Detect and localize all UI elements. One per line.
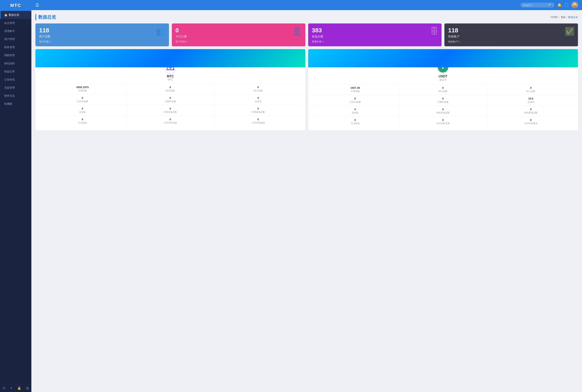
expand-icon[interactable]: ⛶ bbox=[565, 3, 568, 7]
sidebar-item-wealth[interactable]: 理财管理 › bbox=[0, 51, 31, 60]
stat-link[interactable]: 查看列表☆ bbox=[312, 40, 438, 44]
sidebar-item-users[interactable]: 用户管理 › bbox=[0, 35, 31, 43]
sidebar-item-dashboard[interactable]: 🏠 数据总览 bbox=[0, 11, 31, 19]
stats-cell: 0 已预约金额 bbox=[399, 95, 487, 106]
sidebar-item-finance[interactable]: 财务管理 › bbox=[0, 43, 31, 51]
sidebar-nav: 🏠 数据总览 站点管理 › 管理账号 › 用户管理 › 财务管理 › 理财管理 bbox=[0, 11, 31, 384]
stat-number: 0 bbox=[175, 27, 302, 34]
stats-label: 可用余额 bbox=[314, 90, 397, 93]
stats-cell: 0 外部充值总数 bbox=[126, 105, 214, 116]
stats-label: 总收益 bbox=[314, 111, 397, 114]
chevron-icon: › bbox=[27, 30, 28, 32]
notification-icon[interactable]: 🔔 bbox=[557, 3, 562, 7]
stats-value: 0 bbox=[402, 97, 484, 100]
stats-value: 0 bbox=[402, 86, 484, 89]
stat-link[interactable]: 用户列表☆ bbox=[39, 40, 165, 44]
stats-label: 总收益 bbox=[41, 110, 124, 114]
stat-label: 收益总额 bbox=[312, 35, 438, 38]
stat-icon: ✅ bbox=[564, 27, 575, 36]
sidebar-item-recharge[interactable]: 充提管理 › bbox=[0, 84, 31, 92]
stats-value: 1507.49 bbox=[314, 86, 397, 89]
stats-cell: 0 已共识金额 bbox=[39, 94, 126, 105]
sidebar-item-notice[interactable]: 公告快讯 › bbox=[0, 76, 31, 84]
sidebar-item-carousel[interactable]: 轮播图 › bbox=[0, 100, 31, 108]
stat-number: 118 bbox=[39, 27, 165, 34]
nav-label: 站点管理 bbox=[4, 21, 15, 25]
breadcrumb-home[interactable]: HOME bbox=[551, 16, 558, 18]
stats-value: 0 bbox=[129, 118, 212, 121]
main-area: ☰ 🔍 🔔 ⛶ 数据总览 HOME / 看板 bbox=[31, 0, 582, 392]
stats-cell: 0 转入总数 bbox=[487, 84, 575, 95]
nav-label: 用户管理 bbox=[4, 38, 15, 41]
nav-label: 钱包划转 bbox=[4, 62, 15, 65]
nav-label: 管理账号 bbox=[4, 29, 15, 33]
nav-label: 财务管理 bbox=[4, 46, 15, 49]
stats-label: 外部提现总数 bbox=[489, 111, 572, 114]
menu-icon[interactable]: ☰ bbox=[36, 3, 39, 8]
page-title: 数据总览 bbox=[36, 14, 56, 20]
lock-icon[interactable]: 🔒 bbox=[17, 386, 21, 390]
stats-value: 0 bbox=[41, 118, 124, 121]
stats-cell: 0 总收益 bbox=[39, 105, 126, 116]
stats-cell: 0 转出总数 bbox=[399, 84, 487, 95]
stats-value: 0 bbox=[489, 108, 572, 111]
chevron-icon: › bbox=[27, 86, 28, 89]
currency-panel-mtc: MTC MTC 4555.1975 可用余额 0 转出总数 0 转入总数 0 已… bbox=[36, 49, 305, 130]
search-input[interactable] bbox=[523, 4, 547, 7]
sidebar-item-site[interactable]: 站点管理 › bbox=[0, 19, 31, 27]
stats-value: 0 bbox=[217, 96, 300, 100]
cross-icon[interactable]: ✦ bbox=[10, 386, 13, 390]
user-avatar[interactable] bbox=[571, 2, 578, 8]
nav-label: 理财管理 bbox=[4, 54, 15, 57]
stat-label: 用户总数 bbox=[39, 35, 165, 38]
stats-cell: 0 今日外部充值 bbox=[399, 116, 487, 127]
stats-value: 0 bbox=[314, 97, 397, 100]
chevron-icon: › bbox=[27, 38, 28, 40]
stats-label: 转入总数 bbox=[489, 90, 572, 93]
sidebar-item-oplog[interactable]: 操作日志 › bbox=[0, 92, 31, 100]
stats-value: 0 bbox=[489, 86, 572, 89]
stat-card-today_reg: 0 今日注册 用户列表☆ 👤 bbox=[172, 24, 305, 46]
stats-cell: 0 外部充值总数 bbox=[399, 106, 487, 116]
sidebar-footer: ⚙ ✦ 🔒 ⏻ bbox=[0, 384, 31, 392]
stat-label: 今日注册 bbox=[175, 35, 302, 38]
stats-label: 转出总数 bbox=[402, 90, 484, 93]
stats-label: 总冻结 bbox=[217, 100, 300, 103]
nav-label: 操作日志 bbox=[4, 94, 15, 98]
settings-icon[interactable]: ⚙ bbox=[3, 386, 5, 390]
stats-label: 转出总数 bbox=[129, 89, 212, 92]
power-icon[interactable]: ⏻ bbox=[26, 386, 29, 390]
stat-icon: 👥 bbox=[156, 27, 166, 36]
stats-cell: 0 总收益 bbox=[312, 106, 399, 116]
currency-name: MTC bbox=[39, 74, 302, 78]
stats-value: 4555.1975 bbox=[41, 86, 124, 89]
stat-link[interactable]: 用户列表☆ bbox=[175, 40, 302, 44]
stats-cell: 0 转出总数 bbox=[126, 84, 214, 94]
sidebar-item-admin[interactable]: 管理账号 › bbox=[0, 27, 31, 35]
breadcrumb-current: 数据总览 bbox=[568, 16, 578, 19]
stats-value: 0 bbox=[129, 86, 212, 89]
stat-icon: 👤 bbox=[292, 27, 302, 36]
stats-label: 已共识金额 bbox=[41, 100, 124, 103]
stats-label: 外部充值总数 bbox=[402, 111, 484, 114]
stats-label: 外部充值总数 bbox=[129, 110, 212, 114]
stats-cell: 0 转入总数 bbox=[214, 84, 302, 94]
stats-value: 0 bbox=[314, 108, 397, 111]
chevron-icon: › bbox=[27, 54, 28, 56]
search-box: 🔍 bbox=[520, 3, 554, 8]
sidebar-item-wallet[interactable]: 钱包划转 › bbox=[0, 60, 31, 68]
stats-cell: 4555.1975 可用余额 bbox=[39, 84, 126, 94]
stats-cell: 0 外部提现总数 bbox=[487, 106, 575, 116]
currency-banner-usdt bbox=[308, 49, 578, 67]
stats-cell: 0 今日收益 bbox=[312, 116, 399, 127]
stats-cell: 10.5 总冻结 bbox=[487, 95, 575, 106]
breadcrumb-panel[interactable]: 看板 bbox=[561, 16, 565, 19]
stat-link[interactable]: 有效账户☆ bbox=[448, 40, 574, 44]
stats-label: 今日收益 bbox=[41, 121, 124, 124]
svg-point-1 bbox=[573, 3, 576, 6]
stats-cell: 0 今日外部提现 bbox=[487, 116, 575, 127]
stat-card-total_users: 118 用户总数 用户列表☆ 👥 bbox=[36, 24, 169, 46]
nav-label: 充提管理 bbox=[4, 86, 15, 90]
sidebar-item-earnings[interactable]: 收益记录 › bbox=[0, 68, 31, 76]
stats-label: 外部提现总数 bbox=[217, 110, 300, 114]
